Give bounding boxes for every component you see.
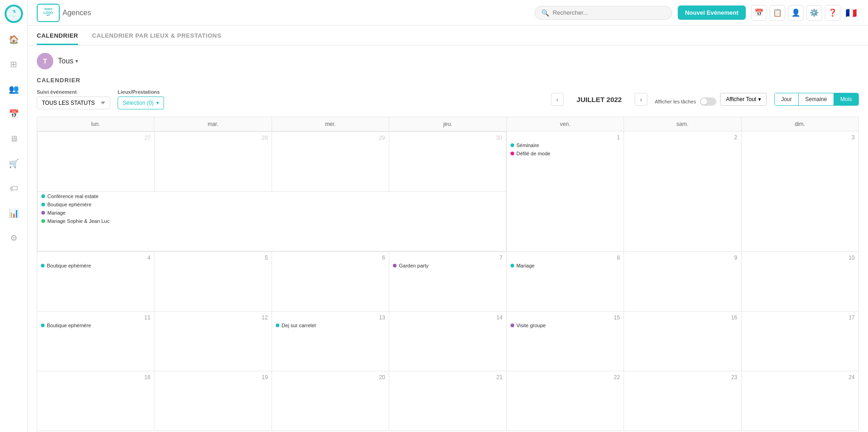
sidebar-item-calendar[interactable]: 📅	[6, 106, 22, 122]
event-boutique-1[interactable]: Boutique ephémère	[40, 201, 504, 208]
day-num-23: 23	[626, 373, 739, 381]
day-num-5: 5	[156, 254, 269, 262]
day-num-28: 28	[157, 134, 270, 142]
calendar-day-19: 19	[154, 371, 272, 431]
day-num-1: 1	[509, 133, 622, 142]
tab-lieux[interactable]: CALENDRIER PAR LIEUX & PRESTATIONS	[92, 26, 221, 45]
calendar-day-24: 24	[741, 371, 858, 431]
day-num-27: 27	[40, 134, 153, 142]
chevron-down-icon: ▾	[75, 58, 78, 64]
event-mariage[interactable]: Mariage	[40, 209, 504, 216]
calendar-day-10: 10	[741, 252, 858, 312]
tasks-toggle[interactable]	[700, 97, 716, 106]
day-num-13: 13	[274, 313, 387, 322]
calendar-day-9: 9	[624, 252, 741, 312]
event-label: Garden party	[399, 263, 428, 268]
event-dot	[41, 194, 45, 198]
next-month-button[interactable]: ›	[635, 93, 647, 106]
day-num-24: 24	[743, 373, 857, 381]
view-semaine-button[interactable]: Semaine	[799, 93, 834, 105]
calendar-day-5: 5	[154, 252, 272, 312]
sidebar-item-settings[interactable]: ⚙	[6, 230, 22, 246]
event-boutique-3[interactable]: Boutique ephémère	[39, 322, 152, 329]
day-num-10: 10	[743, 254, 857, 262]
afficher-tout-button[interactable]: Afficher Tout ▾	[720, 93, 767, 106]
new-event-button[interactable]: Nouvel Evénement	[678, 6, 746, 20]
event-seminaire[interactable]: Séminaire	[509, 142, 622, 149]
event-label: Séminaire	[516, 142, 539, 148]
user-name-label: Tous	[58, 57, 74, 65]
tasks-label: Afficher les tâches	[655, 98, 696, 105]
day-num-12: 12	[156, 313, 269, 322]
view-mois-button[interactable]: Mois	[834, 93, 858, 105]
view-jour-button[interactable]: Jour	[775, 93, 799, 105]
day-num-8: 8	[509, 254, 622, 262]
question-icon-btn[interactable]: ❓	[825, 5, 840, 21]
calendar-week-1: 27 28 29 30	[37, 131, 859, 252]
sidebar-item-monitor[interactable]: 🖥	[6, 131, 22, 147]
calendar-day-7: 7 Garden party	[389, 252, 506, 312]
col-mer: mer.	[272, 117, 389, 131]
user-name-dropdown[interactable]: Tous ▾	[58, 57, 78, 65]
event-label: Défilé de mode	[516, 151, 550, 156]
col-ven: ven.	[506, 117, 624, 131]
afficher-chevron-icon: ▾	[758, 96, 761, 102]
event-conference[interactable]: Conférence real estate	[40, 193, 504, 200]
event-dot	[511, 143, 514, 147]
day-num-30: 30	[391, 134, 504, 142]
calendar-day-21: 21	[389, 371, 506, 431]
day-num-20: 20	[274, 373, 387, 381]
event-dot	[41, 219, 45, 223]
sidebar-item-cart[interactable]: 🛒	[6, 155, 22, 172]
calendar-icon-btn[interactable]: 📅	[751, 5, 767, 21]
event-dot	[41, 324, 45, 327]
suivi-select[interactable]: TOUS LES STATUTS	[37, 97, 110, 109]
col-jeu: jeu.	[389, 117, 506, 131]
event-mariage-2[interactable]: Mariage	[509, 262, 622, 269]
col-sam: sam.	[624, 117, 741, 131]
day-num-3: 3	[743, 133, 857, 142]
prev-month-button[interactable]: ‹	[551, 93, 564, 106]
sidebar-logo[interactable]: ⚗ ○	[5, 5, 23, 23]
event-defile[interactable]: Défilé de mode	[509, 150, 622, 157]
user-icon-btn[interactable]: 👤	[788, 5, 804, 21]
svg-point-0	[6, 6, 21, 21]
sidebar-item-home[interactable]: 🏠	[6, 31, 22, 48]
event-garden[interactable]: Garden party	[391, 262, 504, 269]
search-bar[interactable]: 🔍	[534, 6, 672, 20]
sidebar-item-grid[interactable]: ⊞	[6, 56, 22, 73]
day-num-16: 16	[626, 313, 739, 322]
selection-label: Sélection (0)	[123, 100, 153, 106]
calendar-day-3: 3	[741, 131, 858, 252]
col-mar: mar.	[154, 117, 272, 131]
flag-icon-btn[interactable]: 🇫🇷	[843, 5, 859, 21]
sidebar-item-chart[interactable]: 📊	[6, 205, 22, 222]
gear-icon-btn[interactable]: ⚙️	[806, 5, 822, 21]
sidebar-item-tag[interactable]: 🏷	[6, 180, 22, 197]
event-dot	[511, 324, 514, 327]
event-mariage-sophie[interactable]: Mariage Sophie & Jean Luc	[40, 217, 504, 225]
calendar-day-22: 22	[506, 371, 624, 431]
event-label: Boutique ephémère	[47, 323, 91, 328]
event-boutique-2[interactable]: Boutique ephémère	[39, 262, 152, 269]
event-dej[interactable]: Dej sur carrelet	[274, 322, 387, 329]
col-lun: lun.	[37, 117, 154, 131]
tab-calendrier[interactable]: CALENDRIER	[37, 26, 78, 45]
clipboard-icon-btn[interactable]: 📋	[770, 5, 785, 21]
selection-dropdown[interactable]: Sélection (0) ▾	[118, 97, 164, 109]
calendar-week-2: 4 Boutique ephémère 5 6 7	[37, 252, 859, 312]
main-content: VotreLOGO❝❞ Agences 🔍 Nouvel Evénement 📅…	[28, 0, 868, 432]
event-dot	[41, 211, 45, 215]
event-visite[interactable]: Visite groupe	[509, 322, 622, 329]
topbar-actions: 📅 📋 👤 ⚙️ ❓ 🇫🇷	[751, 5, 859, 21]
day-num-2: 2	[626, 133, 739, 142]
sidebar-item-users[interactable]: 👥	[6, 81, 22, 97]
day-num-15: 15	[509, 313, 622, 322]
calendar-day-14: 14	[389, 312, 506, 371]
day-num-22: 22	[509, 373, 622, 381]
view-buttons: Jour Semaine Mois	[774, 93, 859, 106]
search-input[interactable]	[553, 9, 665, 16]
event-label: Mariage	[516, 263, 535, 268]
event-label: Mariage	[47, 210, 66, 216]
calendar-day-27: 27 28 29 30	[37, 131, 507, 252]
